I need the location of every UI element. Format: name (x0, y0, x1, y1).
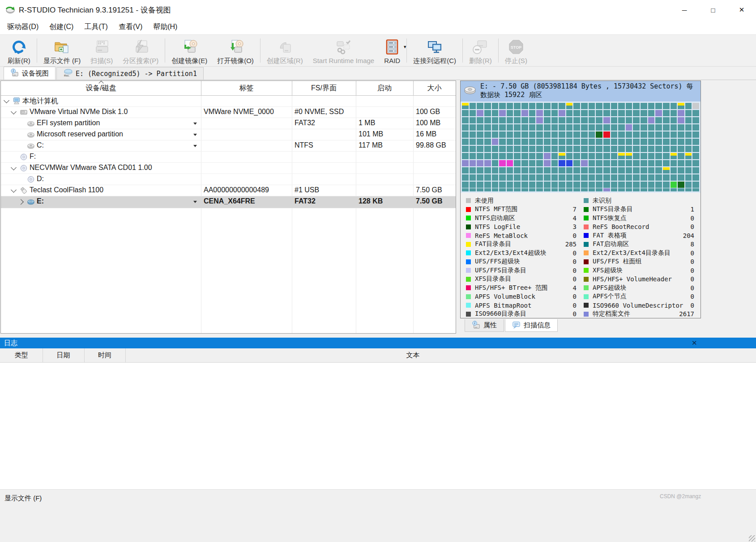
scan-block (477, 174, 483, 181)
menu-item-1[interactable]: 创建(C) (44, 22, 79, 32)
device-table-row[interactable]: NECVMWar VMware SATA CD01 1.00 (1, 163, 456, 174)
maximize-button[interactable]: □ (699, 0, 727, 20)
device-table-row[interactable]: C:NTFS117 MB99.88 GB (1, 140, 456, 152)
row-dropdown-icon[interactable] (193, 123, 197, 125)
device-table-row[interactable]: Teclast CoolFlash 1100AA00000000000489#1… (1, 185, 456, 196)
expander-down-icon[interactable] (11, 109, 17, 114)
expander-right-icon[interactable] (18, 199, 24, 205)
column-header-label[interactable]: 标签 (201, 81, 292, 95)
scan-block (692, 174, 699, 181)
legend-swatch (466, 259, 471, 264)
column-header-device-disk[interactable]: 设备/磁盘 (1, 81, 201, 95)
create-region-button[interactable]: 创建区域(R) (262, 35, 308, 66)
legend-label: NTFS MFT范围 (475, 205, 517, 213)
scan-block (589, 110, 595, 116)
scan-block (477, 139, 483, 145)
menu-item-3[interactable]: 查看(V) (113, 22, 148, 32)
legend-label: FAT启动扇区 (593, 240, 629, 248)
refresh-button[interactable]: 刷新(R) (3, 35, 35, 66)
scan-block (648, 117, 655, 123)
dropdown-arrow-icon[interactable]: ▼ (403, 45, 407, 49)
view-tab-label: E: (Recognized5) -> Partition1 (76, 70, 197, 78)
scan-block (499, 139, 506, 145)
device-table-row[interactable]: E:CENA_X64FREFAT32128 KB7.50 GB (1, 196, 456, 208)
scan-block (618, 131, 625, 138)
scan-block (514, 167, 521, 174)
scan-block (507, 110, 513, 116)
log-panel: 日志 ✕ 类型 日期 时间 文本 (0, 338, 756, 489)
row-dropdown-icon[interactable] (193, 201, 197, 203)
scan-block (507, 146, 513, 152)
partition-search-icon (132, 37, 149, 57)
scan-block (462, 153, 469, 159)
scan-block (521, 174, 528, 181)
scan-block (611, 174, 618, 181)
legend-count: 7 (573, 206, 579, 213)
device-table-row[interactable]: F: (1, 152, 456, 163)
log-column-type[interactable]: 类型 (0, 348, 43, 362)
minimize-button[interactable]: ─ (670, 0, 699, 20)
scan-block (521, 110, 528, 116)
scan-block (573, 174, 580, 181)
log-close-icon[interactable]: ✕ (692, 339, 697, 347)
scan-block (544, 103, 551, 109)
close-button[interactable]: ✕ (727, 0, 756, 20)
scan-block (544, 117, 551, 123)
legend-count: 4 (573, 215, 579, 222)
scan-tab-scan-info[interactable]: 扫描信息 (505, 319, 558, 332)
device-table-row[interactable]: 本地计算机 (1, 96, 456, 107)
view-tab-recognized-partition[interactable]: Rec.E: (Recognized5) -> Partition1 (56, 67, 204, 80)
scan-block-map-partial-row (461, 188, 700, 193)
column-header-size[interactable]: 大小 (413, 81, 456, 95)
column-header-start[interactable]: 启动 (356, 81, 413, 95)
device-table-row[interactable]: EFI system partitionFAT321 MB100 MB (1, 118, 456, 129)
scan-block (514, 146, 521, 152)
delete-button[interactable]: 删除(R) (464, 35, 497, 66)
start-runtime-image-button[interactable]: Start Runtime Image (308, 35, 380, 66)
expander-down-icon[interactable] (4, 97, 9, 103)
raid-button[interactable]: ▼RAID (379, 35, 405, 66)
scan-block (626, 174, 632, 181)
scan-block (521, 153, 528, 159)
scan-block (484, 131, 491, 138)
expander-down-icon[interactable] (11, 187, 17, 193)
show-files-button[interactable]: 显示文件 (F) (38, 35, 85, 66)
scan-block (618, 167, 625, 174)
log-column-time[interactable]: 时间 (84, 348, 125, 362)
open-image-button[interactable]: 打开镜像(O) (212, 35, 259, 66)
scan-block-map (461, 102, 700, 188)
row-dropdown-icon[interactable] (193, 145, 197, 147)
scan-block (529, 188, 536, 191)
menu-item-4[interactable]: 帮助(H) (148, 22, 183, 32)
view-tab-device-view[interactable]: i设备视图 (4, 67, 56, 80)
cell-size: 100 GB (416, 108, 440, 116)
device-table-row[interactable]: D: (1, 174, 456, 185)
create-image-button[interactable]: 创建镜像(E) (167, 35, 212, 66)
log-column-text[interactable]: 文本 (125, 348, 700, 362)
toolbar-button-label: Start Runtime Image (313, 57, 375, 64)
device-table-row[interactable]: Microsoft reserved partition101 MB16 MB (1, 129, 456, 140)
scan-block (655, 153, 662, 159)
scan-tab-properties[interactable]: i属性 (465, 319, 504, 332)
scan-block (626, 182, 632, 188)
menu-item-0[interactable]: 驱动器(D) (2, 22, 44, 32)
scan-block (603, 174, 610, 181)
menu-item-2[interactable]: 工具(T) (79, 22, 113, 32)
scan-block (462, 103, 469, 109)
column-header-fs[interactable]: FS/界面 (292, 81, 356, 95)
scan-block (536, 103, 543, 109)
row-dropdown-icon[interactable] (193, 134, 197, 136)
resize-grip[interactable] (749, 535, 755, 542)
scan-block (603, 110, 610, 116)
scan-block (671, 188, 677, 191)
connect-remote-button[interactable]: 连接到远程(C) (408, 35, 461, 66)
scan-block (551, 160, 558, 166)
stop-button[interactable]: STOP停止(S) (500, 35, 532, 66)
open-image-icon (227, 37, 243, 57)
device-table-row[interactable]: VMware Virtual NVMe Disk 1.0VMWare NVME_… (1, 107, 456, 118)
log-column-date[interactable]: 日期 (43, 348, 84, 362)
properties-icon: i (472, 321, 480, 330)
scan-button[interactable]: 扫描(S) (85, 35, 118, 66)
partition-search-button[interactable]: 分区搜索(P) (118, 35, 163, 66)
expander-down-icon[interactable] (11, 165, 17, 170)
